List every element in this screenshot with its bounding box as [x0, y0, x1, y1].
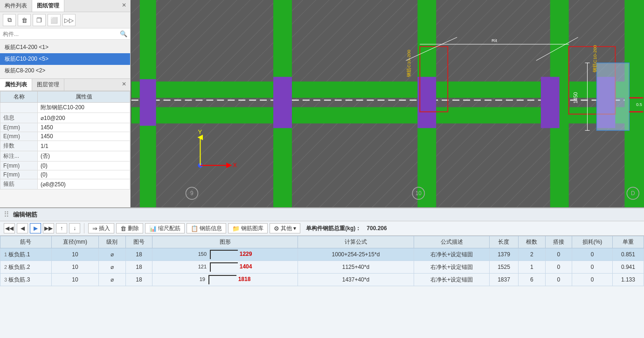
- prop-value-4[interactable]: 1/1: [38, 141, 130, 151]
- rebar-length-2: 1837: [490, 274, 519, 286]
- rebar-splice-1: 0: [545, 261, 572, 274]
- prop-row-3: E(mm) 1450: [0, 132, 130, 141]
- prop-value-1[interactable]: ⌀10@200: [38, 113, 130, 123]
- tab-attributes[interactable]: 属性列表: [0, 79, 32, 91]
- prop-value-6[interactable]: (0): [38, 162, 130, 170]
- scale-icon: 📊: [149, 225, 157, 232]
- other-btn[interactable]: ⚙其他 ▾: [270, 223, 300, 233]
- delete-btn[interactable]: 🗑删除: [116, 223, 143, 233]
- rebar-formula-1: 1125+40*d: [298, 261, 414, 274]
- top-area: 构件列表 图纸管理 ✕ ⧉ 🗑 ❐ ⬜ ▷▷ 🔍 板筋C14-200 <1> 板…: [0, 0, 644, 207]
- drag-handle-icon[interactable]: ⠿: [4, 210, 9, 219]
- col-formula: 计算公式: [298, 236, 414, 248]
- rebar-table-container[interactable]: 筋号 直径(mm) 级别 图号 图形 计算公式 公式描述 长度 根数 搭接 损耗…: [0, 236, 644, 338]
- nav-first-btn[interactable]: ◀◀: [4, 223, 15, 233]
- cad-canvas[interactable]: 1450 Rit X Y 9 10: [131, 0, 644, 207]
- svg-rect-19: [596, 63, 629, 131]
- search-input[interactable]: [3, 31, 120, 37]
- svg-text:X: X: [233, 162, 237, 169]
- prop-name-0: [0, 103, 38, 113]
- rebar-count-1: 1: [518, 261, 545, 274]
- rebar-info-btn[interactable]: 📋钢筋信息: [187, 223, 226, 233]
- rebar-row-2[interactable]: 3 板负筋.3 10 ⌀ 18 19 1818 1437+40*d 右净长+设定…: [0, 274, 644, 286]
- scale-assign-btn[interactable]: 📊缩尺配筋: [145, 223, 185, 233]
- rebar-loss-1: 0: [572, 261, 613, 274]
- prop-value-5[interactable]: (否): [38, 151, 130, 162]
- rebar-length-0: 1379: [490, 248, 519, 261]
- svg-text:Rit: Rit: [492, 38, 497, 43]
- properties-close-icon[interactable]: ✕: [118, 79, 130, 91]
- prop-value-8[interactable]: (⌀8@250): [38, 179, 130, 190]
- rebar-diameter-0: 10: [51, 248, 98, 261]
- shape-line-icon-2: [208, 275, 236, 284]
- panel-header: ⠿ 编辑钢筋: [0, 208, 644, 221]
- sidebar-close-icon[interactable]: ✕: [118, 0, 130, 12]
- svg-text:Y: Y: [198, 128, 202, 135]
- delete-icon: 🗑: [120, 225, 126, 232]
- prop-row-6: F(mm) (0): [0, 162, 130, 170]
- svg-text:D: D: [631, 190, 635, 197]
- prop-col-value: 属性值: [38, 92, 130, 103]
- rebar-unitweight-1: 0.941: [612, 261, 644, 274]
- sidebar-search-container: 🔍: [0, 28, 130, 40]
- rebar-count-2: 6: [518, 274, 545, 286]
- search-icon: 🔍: [120, 30, 127, 37]
- rebar-grade-1: ⌀: [99, 261, 126, 274]
- nav-last-btn[interactable]: ▶▶: [43, 223, 54, 233]
- library-icon: 📁: [232, 225, 240, 232]
- sidebar-item-2[interactable]: 板筋C8-200 <2>: [0, 65, 130, 77]
- properties-table: 名称 属性值 附加钢筋C10-200 信息 ⌀10@200 E(mm): [0, 91, 130, 190]
- properties-tabs: 属性列表 图层管理 ✕: [0, 79, 130, 91]
- svg-rect-15: [541, 77, 560, 128]
- prop-value-2[interactable]: 1450: [38, 123, 130, 132]
- other-icon: ⚙: [274, 225, 279, 232]
- prop-row-8: 箍筋 (⌀8@250): [0, 179, 130, 190]
- prop-name-5: 标注...: [0, 151, 38, 162]
- rebar-desc-1: 右净长+设定锚固: [414, 261, 490, 274]
- toolbar-copy-btn[interactable]: ⧉: [3, 14, 16, 26]
- tab-layers[interactable]: 图层管理: [32, 79, 64, 91]
- insert-icon: ⇒: [92, 225, 97, 232]
- rebar-desc-2: 右净长+设定锚固: [414, 274, 490, 286]
- rebar-unitweight-0: 0.851: [612, 248, 644, 261]
- rebar-count-0: 2: [518, 248, 545, 261]
- toolbar-more-btn[interactable]: ▷▷: [62, 14, 76, 26]
- rebar-loss-0: 0: [572, 248, 613, 261]
- insert-btn[interactable]: ⇒插入: [88, 223, 114, 233]
- toolbar-export-btn[interactable]: ⬜: [48, 14, 61, 26]
- sidebar-item-0[interactable]: 板筋C14-200 <1>: [0, 42, 130, 53]
- toolbar-copy2-btn[interactable]: ❐: [33, 14, 46, 26]
- rebar-library-btn[interactable]: 📁钢筋图库: [228, 223, 268, 233]
- prop-name-6: F(mm): [0, 162, 38, 170]
- panel-title: 编辑钢筋: [13, 211, 37, 219]
- toolbar-delete-btn[interactable]: 🗑: [18, 14, 31, 26]
- prop-value-3[interactable]: 1450: [38, 132, 130, 141]
- sidebar-item-1[interactable]: 板筋C10-200 <5>: [0, 53, 130, 65]
- rebar-row-1[interactable]: 2 板负筋.2 10 ⌀ 18 121 1404 1125+40*d 右净长+设…: [0, 261, 644, 274]
- rebar-row-0[interactable]: 1 板负筋.1 10 ⌀ 18 150 1229 1000+254-25+15*…: [0, 248, 644, 261]
- prop-row-0: 附加钢筋C10-200: [0, 103, 130, 113]
- svg-text:10: 10: [415, 190, 422, 197]
- rebar-desc-0: 右净长+设定锚固: [414, 248, 490, 261]
- prop-value-0[interactable]: 附加钢筋C10-200: [38, 103, 130, 113]
- bottom-toolbar: ◀◀ ◀ ▶ ▶▶ ↑ ↓ ⇒插入 🗑删除 📊缩尺配筋 📋钢筋信息 📁钢筋图库 …: [0, 221, 644, 236]
- prop-name-8: 箍筋: [0, 179, 38, 190]
- svg-rect-12: [140, 79, 156, 126]
- tab-drawing-management[interactable]: 图纸管理: [32, 0, 64, 12]
- rebar-formula-0: 1000+254-25+15*d: [298, 248, 414, 261]
- nav-next-btn[interactable]: ▶: [30, 223, 41, 233]
- rebar-unitweight-2: 1.133: [612, 274, 644, 286]
- tab-component-list[interactable]: 构件列表: [0, 0, 32, 12]
- prop-name-3: E(mm): [0, 132, 38, 141]
- col-shape: 图形: [152, 236, 298, 248]
- prop-value-7[interactable]: (0): [38, 170, 130, 179]
- nav-up-btn[interactable]: ↑: [56, 223, 67, 233]
- rebar-shape-1: 121 1404: [152, 261, 298, 274]
- nav-prev-btn[interactable]: ◀: [17, 223, 28, 233]
- prop-row-1: 信息 ⌀10@200: [0, 113, 130, 123]
- rebar-formula-2: 1437+40*d: [298, 274, 414, 286]
- prop-col-name: 名称: [0, 92, 38, 103]
- svg-text:钢筋C10-200: 钢筋C10-200: [592, 45, 597, 73]
- prop-row-5: 标注... (否): [0, 151, 130, 162]
- nav-down-btn[interactable]: ↓: [69, 223, 80, 233]
